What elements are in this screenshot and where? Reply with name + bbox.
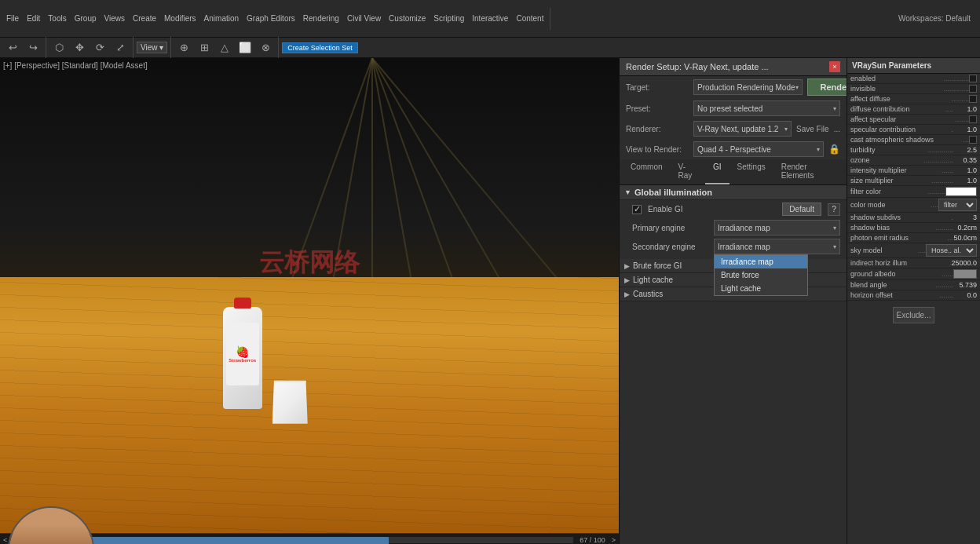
menu-interactive[interactable]: Interactive <box>469 13 511 24</box>
target-dropdown[interactable]: Production Rendering Mode ▾ <box>693 79 803 95</box>
vsp-value-diffuse-contribution[interactable]: 1.0 <box>953 105 977 113</box>
vsp-value-size[interactable]: 1.0 <box>953 177 977 184</box>
gi-section-title: Global illumination <box>634 188 712 197</box>
render-panel-title-text: Render Setup: V-Ray Next, update ... <box>626 62 769 71</box>
tab-settings[interactable]: Settings <box>730 159 773 184</box>
render-panel: Render Setup: V-Ray Next, update ... × T… <box>619 58 847 544</box>
preset-dropdown[interactable]: No preset selected ▾ <box>693 100 840 116</box>
enable-gi-checkbox[interactable]: ✓ <box>632 205 642 214</box>
render-panel-close-btn[interactable]: × <box>829 61 840 72</box>
menu-customize[interactable]: Customize <box>386 13 429 24</box>
primary-engine-container: Primary engine Irradiance map ▾ Secondar… <box>620 218 847 256</box>
tab-gi[interactable]: GI <box>705 159 730 184</box>
scale-icon[interactable]: ⤢ <box>111 38 130 57</box>
progress-nav-right[interactable]: > <box>612 536 616 544</box>
vsp-value-blend-angle[interactable]: 5.739 <box>953 281 977 289</box>
menu-graph-editors[interactable]: Graph Editors <box>243 13 298 24</box>
tool-icon-2[interactable]: ⊞ <box>195 38 214 57</box>
menu-scripting[interactable]: Scripting <box>430 13 467 24</box>
vsp-label-enabled: enabled <box>850 75 943 82</box>
menu-create[interactable]: Create <box>130 13 159 24</box>
vsp-checkbox-affect-specular[interactable] <box>969 115 977 123</box>
dropdown-option-irradiance[interactable]: Irradiance map <box>715 255 807 268</box>
menu-content[interactable]: Content <box>513 13 547 24</box>
vsp-checkbox-invisible[interactable] <box>969 85 977 93</box>
target-row: Target: Production Rendering Mode ▾ Rend… <box>620 76 847 98</box>
menu-civil-view[interactable]: Civil View <box>344 13 384 24</box>
menu-animation[interactable]: Animation <box>201 13 242 24</box>
target-dropdown-arrow: ▾ <box>795 84 799 91</box>
tool-icon-3[interactable]: △ <box>215 38 234 57</box>
vsp-label-shadow-subdivs: shadow subdivs <box>850 214 951 221</box>
vsp-color-swatch-filter[interactable] <box>945 187 977 196</box>
wood-surface <box>0 277 619 544</box>
vsp-value-shadow-bias[interactable]: 0.2cm <box>953 224 977 232</box>
create-selection-set-btn[interactable]: Create Selection Set <box>282 42 358 53</box>
select-icon[interactable]: ⬡ <box>49 38 68 57</box>
vsp-checkbox-cast-shadows[interactable] <box>969 136 977 144</box>
enable-gi-label: Enable GI <box>648 205 682 214</box>
vsp-value-specular-contribution[interactable]: 1.0 <box>953 126 977 133</box>
vsp-row-indirect-horiz: indirect horiz illum . 25000.0 <box>847 258 980 268</box>
rotate-icon[interactable]: ⟳ <box>90 38 109 57</box>
vsp-value-shadow-subdivs[interactable]: 3 <box>953 214 977 221</box>
preset-label: Preset: <box>626 104 689 113</box>
view-to-render-dropdown[interactable]: Quad 4 - Perspective ▾ <box>693 141 824 157</box>
menu-modifiers[interactable]: Modifiers <box>161 13 199 24</box>
vray-sun-panel: VRaySun Parameters enabled .............… <box>847 58 980 544</box>
view-to-render-arrow: ▾ <box>817 146 820 153</box>
tab-common[interactable]: Common <box>623 159 671 184</box>
vsp-value-ozone[interactable]: 0.35 <box>953 156 977 164</box>
vsp-checkbox-affect-diffuse[interactable] <box>969 95 977 103</box>
vsp-row-enabled: enabled ............. <box>847 74 980 84</box>
menu-group[interactable]: Group <box>71 13 100 24</box>
gi-help-btn[interactable]: ? <box>828 203 840 216</box>
vsp-label-blend-angle: blend angle <box>850 281 935 289</box>
tab-render-elements[interactable]: Render Elements <box>773 159 843 184</box>
viewport-bg: 云桥网络 🍓 Strawberros [+] [Perspective] [St… <box>0 58 619 544</box>
vsp-color-swatch-ground[interactable] <box>953 269 977 279</box>
tab-vray[interactable]: V-Ray <box>671 159 705 184</box>
vsp-value-turbidity[interactable]: 2.5 <box>953 146 977 154</box>
secondary-engine-dropdown[interactable]: Irradiance map ▾ <box>714 239 840 254</box>
vsp-dots-horizon-offset: ....... <box>939 291 953 299</box>
tool-icon-5[interactable]: ⊗ <box>256 38 275 57</box>
secondary-engine-row: Secondary engine Irradiance map ▾ Irradi… <box>620 237 847 256</box>
move-icon[interactable]: ✥ <box>70 38 89 57</box>
dropdown-option-lightcache[interactable]: Light cache <box>715 282 807 295</box>
dropdown-option-brute[interactable]: Brute force <box>715 268 807 282</box>
gi-section-header[interactable]: ▼ Global illumination <box>620 185 847 200</box>
preset-arrow: ▾ <box>833 105 836 112</box>
primary-engine-dropdown[interactable]: Irradiance map ▾ <box>714 220 840 235</box>
save-file-btn[interactable]: Save File <box>796 125 829 133</box>
vsp-value-intensity[interactable]: 1.0 <box>953 166 977 174</box>
menu-edit[interactable]: Edit <box>24 13 43 24</box>
vsp-dots-affect-specular: ....... <box>955 115 969 123</box>
view-dropdown[interactable]: View ▾ <box>137 42 167 53</box>
vsp-value-photon-emit[interactable]: 50.0cm <box>953 234 977 242</box>
caustics-arrow: ▶ <box>624 290 630 298</box>
menu-file[interactable]: File <box>3 13 22 24</box>
tool-icon-4[interactable]: ⬜ <box>236 38 254 57</box>
lock-icon[interactable]: 🔒 <box>828 144 840 155</box>
tool-icon-1[interactable]: ⊕ <box>174 38 193 57</box>
progress-nav-left[interactable]: < <box>3 536 7 544</box>
exclude-btn[interactable]: Exclude... <box>893 307 935 323</box>
vsp-checkbox-enabled[interactable] <box>969 75 977 82</box>
enable-gi-row: ✓ Enable GI Default ? <box>620 200 847 218</box>
redo-icon[interactable]: ↪ <box>24 38 42 57</box>
bottle: 🍓 Strawberros <box>223 307 262 409</box>
menu-tools[interactable]: Tools <box>45 13 69 24</box>
gi-default-btn[interactable]: Default <box>782 203 821 216</box>
more-options-btn[interactable]: ... <box>834 125 840 133</box>
exclude-container: Exclude... <box>854 304 974 327</box>
undo-icon[interactable]: ↩ <box>3 38 22 57</box>
menu-views[interactable]: Views <box>101 13 129 24</box>
menu-rendering[interactable]: Rendering <box>300 13 342 24</box>
workspace-label: Workspaces: Default <box>898 14 977 23</box>
renderer-dropdown[interactable]: V-Ray Next, update 1.2 ▾ <box>693 121 792 137</box>
vsp-value-horizon-offset[interactable]: 0.0 <box>953 291 977 299</box>
vsp-value-indirect-horiz[interactable]: 25000.0 <box>951 259 977 267</box>
vsp-dropdown-color-mode[interactable]: filter direct <box>938 199 977 211</box>
vsp-dropdown-sky-model[interactable]: Hose.. al. <box>926 244 977 257</box>
